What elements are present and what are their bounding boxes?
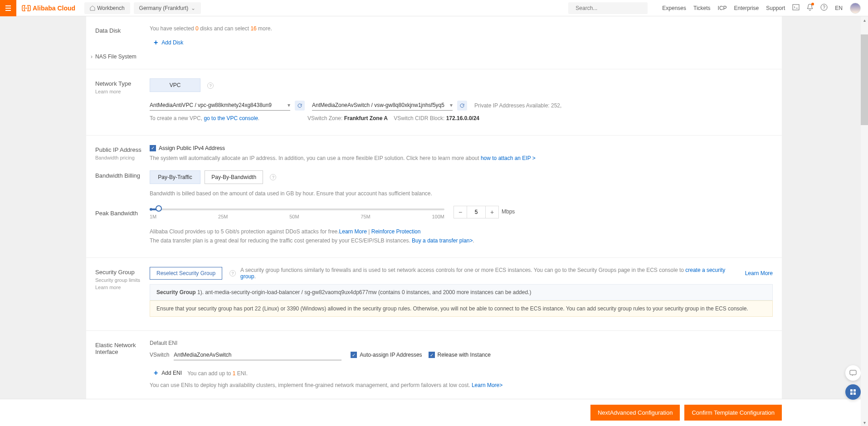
release-with-instance-checkbox[interactable]: ✓ Release with Instance [429,352,491,358]
chevron-right-icon: › [91,53,93,60]
region-selector[interactable]: Germany (Frankfurt) ⌄ [134,2,201,14]
confirm-button[interactable]: Confirm Template Configuration [684,405,782,421]
bandwidth-pricing-sub[interactable]: Bandwidth pricing [95,155,150,160]
svg-rect-4 [850,370,856,375]
bell-icon[interactable] [807,4,813,12]
apps-fab[interactable] [845,384,861,400]
scrollbar-thumb[interactable] [861,34,868,125]
hamburger-menu-icon[interactable] [0,0,16,16]
private-ip-count: Private IP Addresses Available: 252, [474,102,561,109]
bandwidth-billing-label: Bandwidth Billing [95,170,150,179]
nav-expenses[interactable]: Expenses [662,5,686,11]
svg-text:?: ? [823,5,826,10]
eip-link[interactable]: how to attach an EIP > [481,155,536,161]
sg-limits-sub[interactable]: Security group limits [95,277,150,283]
nas-label: NAS File System [95,53,137,60]
data-plan-link[interactable]: Buy a data transfer plan> [412,237,473,244]
search-input[interactable] [575,5,644,11]
nav-tickets[interactable]: Tickets [693,5,711,11]
help-icon[interactable]: ? [229,270,236,276]
chat-fab[interactable] [845,365,861,381]
next-button[interactable]: NextAdvanced Configuration [590,405,680,421]
bandwidth-unit: Mbps [502,208,515,215]
nav-enterprise[interactable]: Enterprise [734,5,759,11]
vswitch-select[interactable]: AntMediaZoneAvSwitch / vsw-gw8q80xkjnw1j… [312,100,453,111]
sg-desc: A security group functions similarly to … [240,267,740,280]
stepper-plus-button[interactable]: + [486,206,498,218]
public-ip-label: Public IP Address Bandwidth pricing [95,145,150,160]
svg-rect-5 [850,389,853,392]
slider-knob[interactable] [156,205,162,212]
top-header: Alibaba Cloud Workbench Germany (Frankfu… [0,0,868,16]
ddos-text: Alibaba Cloud provides up to 5 Gbit/s pr… [150,228,773,244]
eni-learn-link[interactable]: Learn More> [472,382,502,388]
peak-bandwidth-label: Peak Bandwidth [95,208,150,217]
reselect-sg-button[interactable]: Reselect Security Group [150,267,222,280]
chevron-down-icon: ▾ [288,102,290,108]
refresh-vpc-button[interactable] [295,101,305,111]
checkbox-checked-icon: ✓ [150,145,156,151]
assign-public-ip-label: Assign Public IPv4 Address [159,145,225,151]
assign-public-ip-checkbox[interactable]: ✓ Assign Public IPv4 Address [150,145,225,151]
sg-learn-sub[interactable]: Learn more [95,285,150,290]
vpc-option[interactable]: VPC [150,78,200,92]
checkbox-checked-icon: ✓ [351,352,357,358]
chevron-down-icon: ⌄ [191,5,195,11]
add-eni-desc: You can add up to 1 ENI. [187,370,248,377]
bandwidth-input[interactable] [467,206,486,218]
help-icon[interactable]: ? [207,82,214,89]
pay-by-bandwidth-option[interactable]: Pay-By-Bandwidth [205,170,263,184]
scroll-down-icon[interactable]: ▾ [861,419,868,426]
vpc-select-value: AntMediaAntiVPC / vpc-gw88kmhety24xg8438… [150,102,272,108]
nas-expand[interactable]: › NAS File System [91,53,773,60]
release-label: Release with Instance [438,352,491,358]
add-disk-button[interactable]: + Add Disk [150,36,187,49]
disk-count-text: You have selected 0 disks and can select… [150,25,272,32]
eni-vswitch-field[interactable]: AntMediaZoneAvSwitch [174,350,341,360]
pay-by-traffic-option[interactable]: Pay-By-Traffic [150,170,200,184]
help-icon[interactable]: ? [820,4,828,12]
scroll-up-icon[interactable]: ▴ [861,16,868,24]
help-icon[interactable]: ? [270,174,276,180]
add-eni-label: Add ENI [161,370,182,376]
scrollbar[interactable]: ▴ ▾ [861,16,868,426]
language-switch[interactable]: EN [835,5,843,11]
workbench-button[interactable]: Workbench [84,2,130,14]
auto-assign-ip-checkbox[interactable]: ✓ Auto-assign IP Addresses [351,352,422,358]
svg-rect-6 [853,389,856,392]
vswitch-label: VSwitch [150,352,169,358]
vpc-console-link[interactable]: go to the VPC console [204,115,258,121]
nav-icp[interactable]: ICP [718,5,727,11]
reinforce-link[interactable]: Reinforce Protection [371,228,421,235]
brand-logo[interactable]: Alibaba Cloud [16,5,81,12]
workbench-label: Workbench [97,5,124,11]
nav-support[interactable]: Support [766,5,785,11]
ddos-learn-link[interactable]: Learn More [339,228,367,235]
brand-name: Alibaba Cloud [33,5,75,12]
auto-assign-label: Auto-assign IP Addresses [360,352,422,358]
create-vpc-text: To create a new VPC, go to the VPC conso… [150,115,307,121]
bandwidth-slider[interactable]: 1M 25M 50M 75M 100M [150,208,444,219]
add-eni-button[interactable]: + Add ENI [150,367,186,379]
sg-warning-box: Ensure that your security group has port… [150,300,773,317]
terminal-icon[interactable] [792,4,800,12]
network-learn-more[interactable]: Learn more [95,89,150,94]
checkbox-checked-icon: ✓ [429,352,435,358]
search-box[interactable] [568,2,648,14]
footer-bar: NextAdvanced Configuration Confirm Templ… [0,399,868,426]
stepper-minus-button[interactable]: − [454,206,467,218]
security-group-label: Security Group Security group limits Lea… [95,267,150,290]
svg-rect-7 [850,392,853,395]
sg-learn-link[interactable]: Learn More [745,270,773,276]
plus-icon: + [154,39,158,47]
refresh-vswitch-button[interactable] [457,101,467,111]
vswitch-zone-text: VSwitch Zone: Frankfurt Zone A VSwitch C… [307,115,479,121]
billing-note: Bandwidth is billed based on the amount … [150,190,773,197]
default-eni-label: Default ENI [150,340,773,346]
network-type-label: Network Type Learn more [95,78,150,94]
region-label: Germany (Frankfurt) [139,5,189,11]
slider-ticks: 1M 25M 50M 75M 100M [150,214,444,219]
user-avatar[interactable] [850,3,861,14]
add-disk-label: Add Disk [161,39,183,46]
vpc-select[interactable]: AntMediaAntiVPC / vpc-gw88kmhety24xg8438… [150,100,290,111]
